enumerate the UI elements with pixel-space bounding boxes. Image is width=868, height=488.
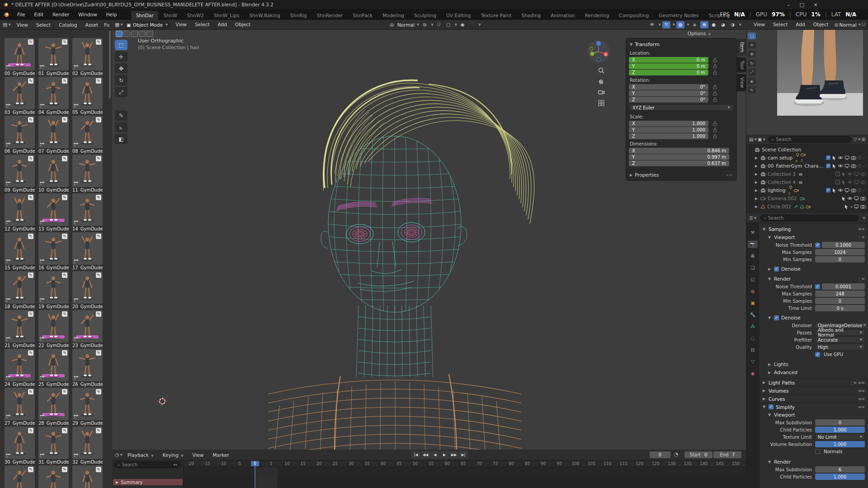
menu-object[interactable]: Object (231, 20, 255, 28)
shading-material-icon[interactable]: ◕ (719, 21, 727, 28)
scale-tool-icon[interactable]: ⤢ (115, 87, 127, 97)
outliner-search-input[interactable]: ⌕ Search (768, 136, 851, 143)
max-samples-field[interactable]: 248 (815, 291, 865, 297)
workspace-tab-shnw[interactable]: ShnW (158, 11, 182, 20)
asset-item-14[interactable]: ✎ ▪▪▪◇ 14_GymDude01... (72, 193, 103, 231)
asset-item-03[interactable]: ✎ ▪▪▪◇ 03_GymDude01... (5, 77, 35, 115)
select-subtract-icon[interactable] (131, 31, 138, 37)
timeline-ruler[interactable]: -20-15-10-505101520253035404550556065707… (112, 460, 746, 467)
select-set-icon[interactable] (116, 31, 123, 37)
zoom-icon[interactable] (598, 67, 605, 74)
value-field-x[interactable]: X0 m (629, 57, 708, 63)
asset-item-partial[interactable]: ✎ ▪▪▪◇ (38, 465, 69, 488)
timeline-editor-icon[interactable]: ◷▼ (115, 452, 123, 458)
menu-playback[interactable]: Playback ▼ (123, 451, 158, 459)
simplify-panel-header[interactable]: ▼✓Simplify≡≡ (759, 403, 868, 411)
expander-icon[interactable]: ▶ (755, 164, 760, 168)
lock-icon[interactable] (713, 70, 717, 75)
shading-rendered-icon[interactable]: ◑ (729, 21, 737, 28)
asset-item-06[interactable]: ✎ ▪▪▪◇ 06_GymDude01... (5, 116, 35, 154)
workspace-tab-shnrig[interactable]: ShnRig (285, 11, 312, 20)
lock-icon[interactable] (713, 57, 717, 62)
toggle-screen-icon[interactable] (844, 155, 849, 160)
value-field-z[interactable]: Z0° (629, 97, 708, 103)
normals-checkbox[interactable]: ✓ (815, 449, 820, 454)
new-collection-icon[interactable]: ⊞ (862, 137, 865, 142)
toggle-screen-icon[interactable] (854, 204, 859, 209)
end-frame-field[interactable]: End7 (713, 451, 741, 458)
asset-item-30[interactable]: ✎ ▪▪▪◇ 30_GymDude01... (5, 427, 35, 465)
lock-icon[interactable] (713, 127, 717, 132)
mode-dropdown[interactable]: ▣ Object Mode▼ (124, 21, 170, 28)
lock-icon[interactable] (713, 64, 717, 69)
timeline-search-input[interactable]: ⌕ Search ↔ (114, 461, 181, 468)
child-particles-field[interactable]: 1.000 (815, 474, 865, 480)
workspace-tab-shnw2[interactable]: ShnW2 (182, 11, 209, 20)
menu-render[interactable]: Render (48, 10, 73, 19)
pan-hand-icon[interactable] (598, 78, 605, 85)
render-tab-icon[interactable]: 📷 (748, 240, 758, 248)
toggle-screen-icon[interactable] (854, 196, 859, 201)
outliner-row-cam-setup[interactable]: ▶ cam setup42✓✓ (746, 154, 868, 162)
outliner-filter-icon[interactable]: ▽▼ (854, 137, 861, 142)
tab-tool[interactable]: Tool (737, 57, 746, 72)
asset-item-11[interactable]: ✎ ▪▪▪◇ 11_GymDude01... (72, 155, 103, 192)
value-field-z[interactable]: Z1.000 (629, 133, 708, 139)
playhead-frame-indicator[interactable]: 0 (251, 461, 259, 466)
options-dropdown[interactable]: Options ▼ (688, 31, 711, 36)
view-layer-tab-icon[interactable]: ❏ (748, 264, 758, 272)
play-reverse-button[interactable]: ◀ (430, 451, 439, 459)
overlays-toggle-icon[interactable]: ◍ (676, 21, 684, 28)
asset-item-05[interactable]: ✎ ▪▪▪◇ 05_GymDude01... (72, 77, 103, 115)
previous-keyframe-button[interactable]: ◀◀ (421, 451, 430, 459)
toggle-camera-icon[interactable] (860, 197, 866, 201)
toggle-eye-icon[interactable] (838, 155, 843, 160)
passes-dropdown[interactable]: Albedo and Normal▼ (815, 329, 865, 336)
properties-options-caret[interactable]: ▼ (863, 216, 865, 220)
rotation-mode-dropdown[interactable]: XYZ Euler▼ (629, 104, 734, 111)
summary-channel[interactable]: ▶Summary (113, 479, 183, 485)
menu-marker[interactable]: Marker (209, 451, 233, 459)
render-denoise-checkbox[interactable]: ✓ (774, 315, 779, 320)
menu-view[interactable]: View (171, 20, 191, 28)
outliner-row-collection-3[interactable]: ▶ Collection 3 (746, 170, 868, 178)
start-frame-field[interactable]: Start0 (684, 451, 712, 458)
max-subdivision-field[interactable]: 0 (815, 419, 865, 426)
mini-annotate-tool[interactable]: ✎ (748, 87, 756, 94)
asset-item-00[interactable]: ✎ ▪▪▪◇ 00_GymDude01... (5, 38, 35, 76)
asset-item-26[interactable]: ✎ ▪▪▪◇ 26_GymDude01... (72, 349, 103, 387)
volume-resolution-field[interactable]: 1.000 (815, 441, 865, 447)
falloff-curve-icon[interactable]: ⌒ (468, 21, 476, 28)
menu-file[interactable]: File (13, 10, 29, 19)
expander-icon[interactable]: ▶ (755, 156, 760, 160)
camera-orientation-dropdown[interactable]: Normal (840, 22, 857, 28)
mini-transform-tool[interactable]: ◈ (748, 78, 756, 84)
jump-to-end-button[interactable]: ▶| (459, 451, 468, 459)
viewport-3d[interactable]: Options ▼ ⬚✛✥↻⤢✎⦜◧ User Orthographic (0)… (112, 30, 746, 450)
asset-scrollbar[interactable] (109, 31, 111, 99)
toggle-uncheck-icon[interactable] (835, 172, 840, 176)
mini-scale-tool[interactable]: ⤢ (748, 69, 756, 75)
menu-select[interactable]: Select (32, 21, 55, 29)
toggle-dimc-icon[interactable] (858, 156, 861, 160)
time-limit-field[interactable]: 0 s (815, 305, 865, 311)
simplify-viewport-header[interactable]: ▼Viewport (759, 411, 868, 419)
outliner-row-scene-collection[interactable]: Scene Collection (746, 145, 868, 154)
shading-solid-icon[interactable]: ● (710, 21, 718, 28)
gizmos-toggle-icon[interactable]: ⤧ (662, 21, 670, 28)
toggle-dcamera-icon[interactable] (860, 180, 866, 184)
toggle-screen-icon[interactable] (844, 164, 849, 168)
asset-item-27[interactable]: ✎ ▪▪▪◇ 27_GymDude01... (5, 388, 35, 426)
toggle-eye-icon[interactable] (847, 196, 853, 201)
toggle-dimv-icon[interactable]: ✓ (863, 164, 866, 168)
properties-subpanel-header[interactable]: ▶Properties≡≡ (626, 169, 736, 178)
workspace-tab-shading[interactable]: Shading (517, 11, 546, 20)
snap-magnet-icon[interactable]: U (435, 21, 443, 28)
grid-perspective-icon[interactable] (598, 99, 605, 107)
workspace-tab-compositing[interactable]: Compositing (614, 11, 654, 20)
value-field-y[interactable]: Y1.000 (629, 127, 708, 133)
asset-item-20[interactable]: ✎ ▪▪▪◇ 20_GymDude01... (72, 271, 103, 309)
asset-item-07[interactable]: ✎ ▪▪▪◇ 07_GymDude01... (38, 116, 69, 154)
toggle-pointer-icon[interactable] (841, 196, 846, 201)
asset-item-31[interactable]: ✎ ▪▪▪◇ 31_GymDude01... (38, 427, 69, 465)
